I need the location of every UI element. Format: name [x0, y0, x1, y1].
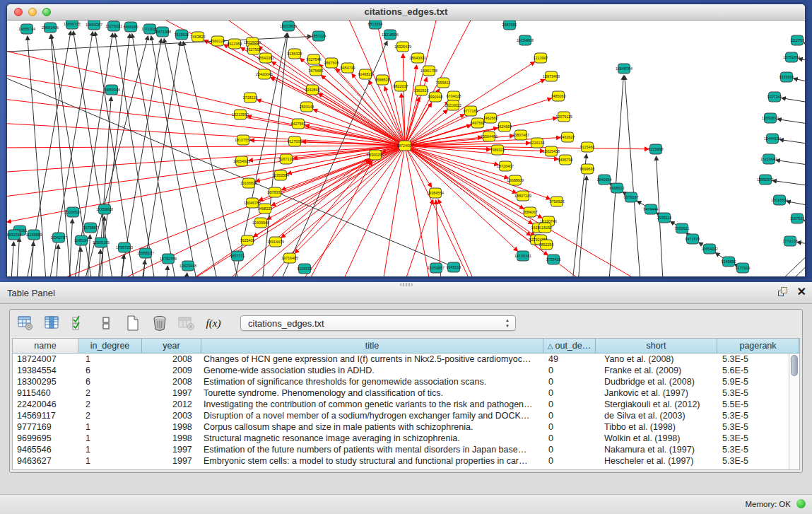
network-node[interactable]: 16210022	[445, 100, 461, 110]
network-node[interactable]: 9327548	[307, 54, 322, 64]
network-node[interactable]: 19654923	[233, 156, 250, 166]
network-node[interactable]: 10807467	[512, 130, 529, 140]
network-node[interactable]: 3675685	[309, 66, 324, 76]
network-node[interactable]: 9498222	[258, 204, 273, 214]
column-header-in_degree[interactable]: in_degree	[78, 339, 142, 353]
network-node[interactable]: 1145194	[74, 235, 89, 245]
unselect-rows-icon[interactable]	[98, 315, 114, 332]
network-node[interactable]: 2867608	[324, 58, 339, 68]
network-node[interactable]: 16210643	[760, 154, 777, 164]
citation-network-graph[interactable]: 1872400718300295193845541405571420691406…	[7, 21, 805, 277]
network-node[interactable]: 8878332	[268, 187, 283, 197]
column-header-out_de[interactable]: △out_de…	[543, 339, 596, 353]
network-node[interactable]: 18640910	[409, 53, 426, 63]
network-node[interactable]: 12342757	[50, 233, 67, 243]
network-node[interactable]: 16958107	[137, 248, 154, 258]
column-header-year[interactable]: year	[142, 339, 201, 353]
network-node[interactable]: 10688609	[507, 175, 524, 185]
network-node[interactable]: 9990448	[428, 92, 443, 102]
network-node[interactable]: 7485063	[551, 91, 566, 101]
network-node[interactable]: 1112753	[790, 35, 804, 45]
network-node[interactable]: 8471676	[686, 234, 700, 244]
network-node[interactable]: 8822037	[394, 81, 408, 91]
table-row[interactable]: 977716911998Corpus callosum shape and si…	[13, 421, 789, 433]
network-node[interactable]: 8813054	[368, 21, 383, 29]
network-node[interactable]: 12444134	[764, 134, 781, 144]
network-node[interactable]: 8938923	[610, 183, 625, 193]
network-node[interactable]: 18724007	[396, 141, 413, 151]
network-node[interactable]: 16253857	[428, 263, 445, 273]
import-table-icon[interactable]	[178, 315, 195, 332]
network-node[interactable]: 9327508	[247, 45, 261, 54]
panel-resize-grip[interactable]	[400, 283, 413, 286]
function-builder-icon[interactable]: f(x)	[205, 315, 222, 332]
network-node[interactable]: 16914479	[267, 237, 284, 247]
network-node[interactable]: 9495794	[558, 155, 573, 165]
show-columns-icon[interactable]	[44, 315, 61, 332]
network-node[interactable]: 7462660	[483, 113, 498, 123]
table-row[interactable]: 911546021997Tourette syndrome. Phenomeno…	[13, 387, 789, 399]
network-node[interactable]: 17957253	[116, 243, 133, 252]
network-node[interactable]: 9756928	[550, 197, 565, 206]
network-node[interactable]: 11156869	[25, 230, 42, 240]
network-node[interactable]: 9329966	[779, 72, 794, 82]
network-node[interactable]: 1588520	[375, 75, 390, 85]
network-window-titlebar[interactable]: citations_edges.txt	[7, 4, 805, 21]
network-node[interactable]: 9146821	[358, 69, 373, 79]
network-node[interactable]: 15751874	[783, 52, 800, 62]
network-node[interactable]: 2687682	[502, 21, 517, 30]
network-node[interactable]: 16696725	[64, 21, 81, 29]
network-node[interactable]: 9699695	[580, 164, 595, 174]
table-row[interactable]: 1456911722003Disruption of a novel membe…	[13, 410, 789, 421]
network-node[interactable]: 15276021	[105, 21, 122, 31]
network-node[interactable]: 9777169	[464, 106, 478, 116]
network-node[interactable]: 20564486	[481, 132, 498, 141]
table-vertical-scrollbar[interactable]	[789, 354, 799, 469]
network-node[interactable]: 19166829	[240, 178, 257, 188]
network-node[interactable]: 9245852	[722, 257, 736, 267]
network-node[interactable]: 18720407	[497, 161, 514, 171]
network-node[interactable]: 20053346	[103, 85, 120, 95]
delete-table-icon[interactable]	[151, 315, 168, 332]
network-node[interactable]: 8912954	[228, 39, 242, 49]
column-header-title[interactable]: title	[201, 339, 543, 353]
network-node[interactable]: 18807249	[514, 191, 531, 201]
network-node[interactable]: 12923448	[180, 261, 196, 271]
float-panel-icon[interactable]	[777, 286, 789, 298]
network-node[interactable]: 17359928	[96, 204, 113, 214]
network-node[interactable]: 12975115	[555, 112, 572, 122]
close-panel-icon[interactable]: ✕	[797, 286, 806, 298]
network-node[interactable]: 12213563	[232, 110, 249, 119]
network-node[interactable]: 12409948	[252, 218, 269, 228]
network-node[interactable]: 8454749	[341, 63, 355, 73]
table-mode-icon[interactable]	[17, 315, 34, 332]
network-node[interactable]: 2803144	[300, 102, 314, 112]
network-node[interactable]: 7932621	[675, 223, 690, 233]
network-node[interactable]: 9227341	[767, 92, 782, 102]
network-node[interactable]: 9975887	[83, 223, 98, 233]
table-row[interactable]: 1830029562008Estimation of significance …	[13, 376, 789, 387]
network-node[interactable]: 6734028	[447, 91, 461, 101]
network-node[interactable]: 10654112	[701, 244, 718, 254]
network-node[interactable]: 18325419	[394, 42, 411, 52]
network-node[interactable]: 12093872	[762, 113, 779, 123]
network-node[interactable]: 9242848	[305, 85, 320, 95]
network-node[interactable]: 8960124	[211, 36, 225, 46]
network-node[interactable]: 10025458	[543, 146, 560, 156]
network-node[interactable]: 10973493	[543, 71, 560, 81]
network-node[interactable]: 19218596	[382, 30, 399, 40]
network-node[interactable]: 8931594	[7, 230, 22, 240]
table-row[interactable]: 946554611997Estimation of the future num…	[13, 444, 789, 455]
network-node[interactable]: 1362615	[414, 86, 429, 95]
network-node[interactable]: 9463627	[560, 132, 575, 142]
network-node[interactable]: 1213967	[534, 53, 548, 63]
network-node[interactable]: 18107554	[235, 135, 252, 145]
network-node[interactable]: 7857224	[312, 31, 326, 41]
column-header-name[interactable]: name	[13, 339, 78, 353]
network-view[interactable]: 1872400718300295193845541405571420691406…	[7, 21, 805, 277]
table-row[interactable]: 1938455462009Genome-wide association stu…	[13, 365, 789, 376]
network-node[interactable]: 7852254	[539, 240, 554, 250]
network-node[interactable]: 9177919	[736, 263, 751, 273]
network-node[interactable]: 14136141	[514, 251, 531, 261]
network-node[interactable]: 3624554	[498, 122, 512, 132]
